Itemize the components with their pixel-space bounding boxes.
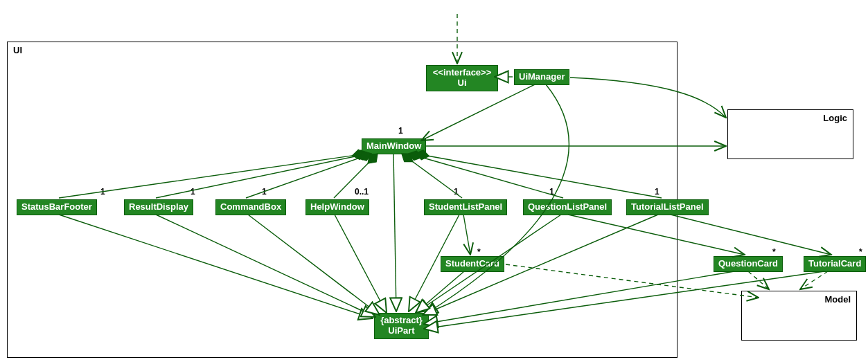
svg-line-14	[393, 154, 396, 311]
svg-line-4	[59, 154, 366, 198]
svg-line-22	[416, 271, 464, 313]
svg-line-17	[248, 215, 380, 315]
svg-line-15	[59, 215, 373, 318]
diagram-canvas: UI Logic Model <<interface>> Ui UiManage…	[0, 0, 868, 362]
svg-line-20	[416, 215, 561, 313]
svg-line-11	[463, 215, 470, 255]
svg-line-7	[334, 154, 378, 198]
svg-line-6	[246, 154, 371, 198]
svg-line-2	[421, 84, 535, 141]
connectors	[0, 0, 868, 362]
svg-line-5	[156, 154, 369, 198]
svg-line-18	[335, 215, 387, 313]
